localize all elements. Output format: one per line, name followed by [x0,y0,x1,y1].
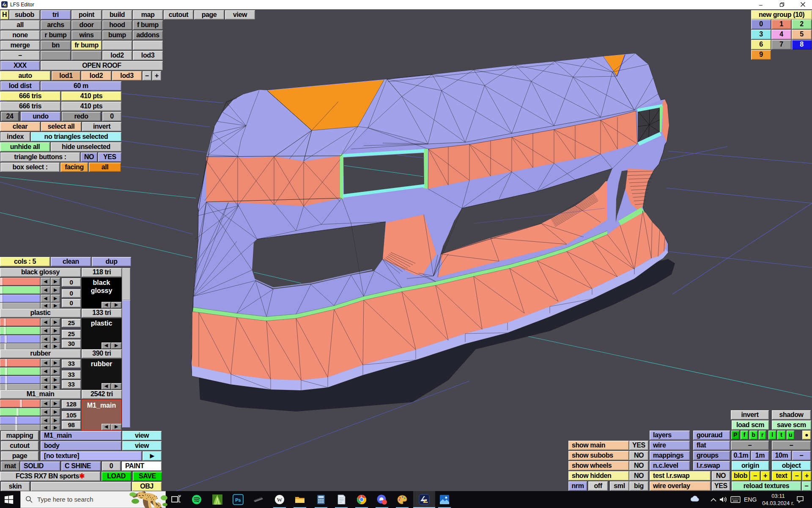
svg-text:W: W [277,497,283,503]
svg-text:Ps: Ps [235,497,241,502]
